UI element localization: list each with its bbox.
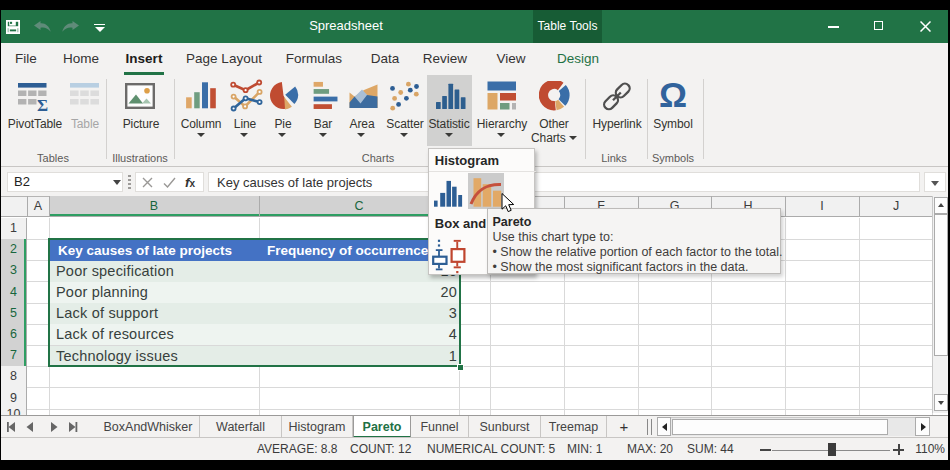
svg-text:Σ: Σ — [37, 96, 48, 113]
